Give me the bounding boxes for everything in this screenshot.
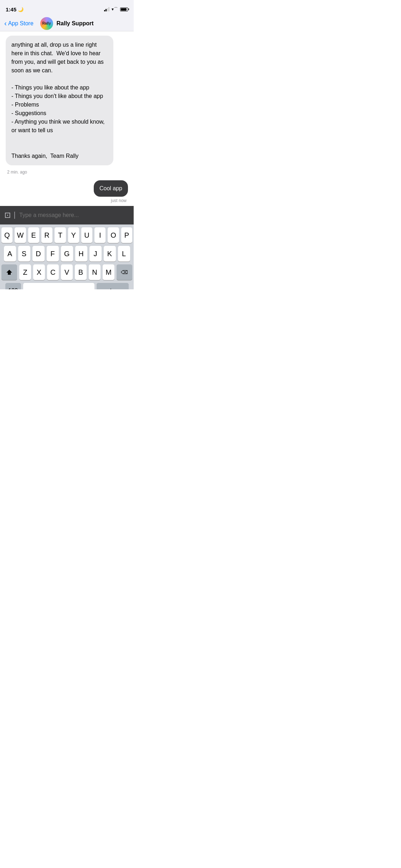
- key-t[interactable]: T: [55, 227, 66, 243]
- key-b[interactable]: B: [75, 264, 87, 280]
- key-m[interactable]: M: [103, 264, 114, 280]
- nav-bar: ‹ App Store Rally Rally Support: [0, 16, 134, 31]
- keyboard-row-4: 123 space return: [1, 283, 132, 289]
- key-u[interactable]: U: [81, 227, 92, 243]
- key-n[interactable]: N: [89, 264, 101, 280]
- key-d[interactable]: D: [32, 246, 45, 262]
- time-display: 1:45: [6, 6, 16, 12]
- key-f[interactable]: F: [47, 246, 59, 262]
- key-q[interactable]: Q: [1, 227, 12, 243]
- numbers-key[interactable]: 123: [5, 283, 21, 289]
- key-h[interactable]: H: [75, 246, 87, 262]
- message-input[interactable]: [19, 212, 129, 218]
- key-c[interactable]: C: [47, 264, 59, 280]
- shift-key[interactable]: [1, 264, 17, 280]
- key-i[interactable]: I: [94, 227, 106, 243]
- nav-center: Rally Rally Support: [40, 17, 93, 30]
- text-cursor: [14, 212, 15, 219]
- user-time: just now: [111, 198, 128, 203]
- key-k[interactable]: K: [104, 246, 116, 262]
- input-bar: ⊡: [0, 206, 134, 224]
- key-w[interactable]: W: [15, 227, 26, 243]
- support-time: 2 min. ago: [6, 170, 27, 175]
- camera-icon[interactable]: ⊡: [4, 211, 11, 220]
- wifi-icon: ▾⌒: [112, 6, 118, 12]
- back-button[interactable]: ‹ App Store: [4, 19, 34, 27]
- return-key[interactable]: return: [97, 283, 129, 289]
- nav-title: Rally Support: [56, 20, 93, 27]
- status-time: 1:45 🌙: [6, 6, 24, 12]
- space-key[interactable]: space: [23, 283, 94, 289]
- delete-key[interactable]: ⌫: [117, 264, 132, 280]
- key-r[interactable]: R: [41, 227, 52, 243]
- keyboard-row-3: Z X C V B N M ⌫: [1, 264, 132, 280]
- keyboard-row-2: A S D F G H J K L: [1, 246, 132, 262]
- battery-icon: [120, 7, 128, 11]
- signal-bars-icon: [104, 7, 109, 11]
- key-e[interactable]: E: [28, 227, 39, 243]
- status-bar: 1:45 🌙 ▾⌒: [0, 0, 134, 16]
- keyboard-row-1: Q W E R T Y U I O P: [1, 227, 132, 243]
- avatar: Rally: [40, 17, 53, 30]
- key-l[interactable]: L: [118, 246, 130, 262]
- key-z[interactable]: Z: [19, 264, 31, 280]
- key-v[interactable]: V: [61, 264, 73, 280]
- user-message-text: Cool app: [99, 185, 122, 192]
- key-g[interactable]: G: [61, 246, 73, 262]
- key-a[interactable]: A: [4, 246, 16, 262]
- chat-area: anything at all, drop us a line right he…: [0, 31, 134, 206]
- key-o[interactable]: O: [108, 227, 119, 243]
- user-message-wrap: Cool app just now: [6, 180, 128, 203]
- user-message-bubble: Cool app: [94, 180, 128, 197]
- key-p[interactable]: P: [121, 227, 132, 243]
- support-message-text: anything at all, drop us a line right he…: [11, 41, 108, 160]
- moon-icon: 🌙: [18, 7, 24, 12]
- key-j[interactable]: J: [89, 246, 102, 262]
- keyboard: Q W E R T Y U I O P A S D F G H J K L Z …: [0, 224, 134, 289]
- svg-marker-0: [6, 270, 12, 275]
- back-label: App Store: [8, 20, 34, 27]
- support-message-bubble: anything at all, drop us a line right he…: [6, 36, 113, 165]
- status-icons: ▾⌒: [104, 6, 128, 12]
- key-s[interactable]: S: [18, 246, 30, 262]
- key-y[interactable]: Y: [68, 227, 79, 243]
- back-chevron-icon: ‹: [4, 19, 7, 27]
- key-x[interactable]: X: [33, 264, 45, 280]
- avatar-text: Rally: [42, 21, 51, 25]
